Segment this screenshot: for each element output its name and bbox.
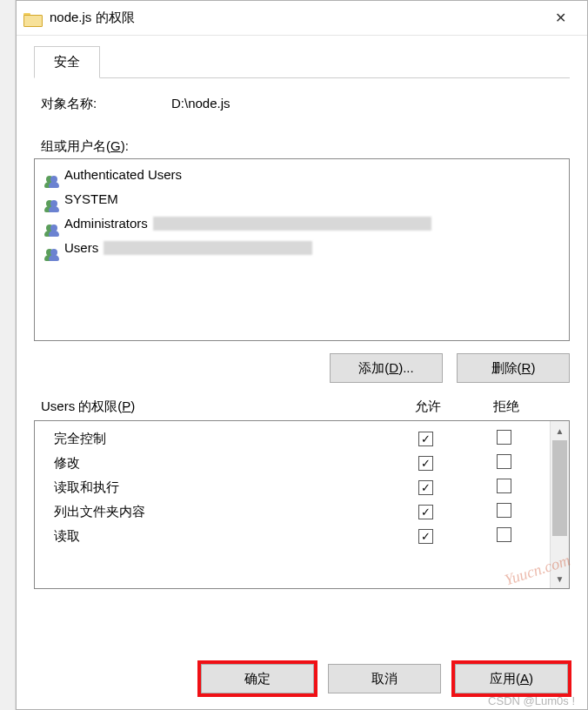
scroll-thumb[interactable] (552, 440, 567, 536)
deny-checkbox[interactable] (497, 527, 511, 542)
list-item[interactable]: Administrators (35, 211, 569, 236)
deny-cell (464, 454, 543, 472)
deny-cell (464, 479, 543, 496)
allow-cell: ✓ (386, 431, 464, 446)
list-item-label: Authenticated Users (64, 164, 182, 185)
list-item-label: Administrators (64, 213, 148, 234)
scroll-track[interactable] (551, 536, 569, 569)
allow-checkbox[interactable]: ✓ (418, 529, 433, 544)
redacted-text (153, 217, 431, 231)
permission-row: 读取✓ (35, 524, 550, 548)
permissions-header: Users 的权限(P) 允许 拒绝 (34, 399, 570, 420)
remove-button[interactable]: 删除(R) (457, 353, 570, 383)
deny-checkbox[interactable] (497, 479, 511, 493)
allow-cell: ✓ (386, 528, 464, 544)
permission-row: 读取和执行✓ (35, 475, 550, 499)
cancel-button[interactable]: 取消 (328, 664, 441, 693)
scrollbar[interactable]: ▲ ▼ (550, 421, 569, 588)
users-group-icon (43, 191, 59, 207)
list-item-label: SYSTEM (64, 189, 118, 210)
permission-row: 完全控制✓ (35, 426, 550, 451)
permission-name: 列出文件夹内容 (54, 504, 386, 520)
permission-name: 完全控制 (54, 431, 386, 447)
allow-header: 允许 (389, 399, 467, 415)
allow-cell: ✓ (386, 455, 464, 471)
folder-icon (23, 11, 41, 25)
background-sliver (0, 0, 16, 710)
group-buttons-row: 添加(D)... 删除(R) (34, 353, 570, 383)
deny-checkbox[interactable] (497, 430, 511, 445)
deny-header: 拒绝 (467, 399, 545, 415)
watermark-author: CSDN @Lum0s ! (488, 694, 575, 707)
permission-name: 读取 (54, 528, 386, 545)
object-name-label: 对象名称: (41, 96, 171, 112)
permission-row: 列出文件夹内容✓ (35, 499, 550, 524)
content-area: 安全 对象名称: D:\node.js 组或用户名(G): Authentica… (17, 36, 587, 589)
users-group-icon (43, 216, 59, 231)
list-item[interactable]: SYSTEM (35, 187, 569, 211)
users-group-icon (43, 240, 59, 256)
deny-checkbox[interactable] (497, 454, 511, 469)
list-item[interactable]: Users (35, 236, 569, 260)
scroll-down-icon[interactable]: ▼ (551, 569, 569, 588)
list-item-label: Users (64, 238, 98, 258)
permission-name: 修改 (54, 455, 386, 472)
deny-checkbox[interactable] (497, 503, 511, 518)
titlebar: node.js 的权限 ✕ (17, 1, 587, 36)
permissions-listbox: 完全控制✓修改✓读取和执行✓列出文件夹内容✓读取✓ ▲ ▼ (34, 420, 570, 589)
permission-name: 读取和执行 (54, 479, 386, 496)
window-title: node.js 的权限 (50, 10, 541, 26)
ok-button[interactable]: 确定 (201, 664, 314, 693)
close-button[interactable]: ✕ (541, 5, 580, 31)
object-name-value: D:\node.js (171, 96, 231, 112)
allow-checkbox[interactable]: ✓ (418, 505, 433, 519)
object-name-row: 对象名称: D:\node.js (41, 96, 570, 112)
allow-cell: ✓ (386, 504, 464, 519)
users-group-icon (43, 167, 59, 183)
apply-button[interactable]: 应用(A) (455, 664, 568, 693)
allow-checkbox[interactable]: ✓ (418, 480, 433, 495)
redacted-text (104, 241, 312, 255)
permissions-dialog: node.js 的权限 ✕ 安全 对象名称: D:\node.js 组或用户名(… (16, 0, 588, 710)
groups-label: 组或用户名(G): (41, 138, 570, 155)
add-button[interactable]: 添加(D)... (330, 353, 443, 383)
deny-cell (464, 503, 543, 520)
deny-cell (464, 527, 543, 545)
deny-cell (464, 430, 543, 447)
groups-listbox[interactable]: Authenticated UsersSYSTEMAdministratorsU… (34, 158, 570, 341)
list-item[interactable]: Authenticated Users (35, 163, 569, 187)
permissions-title: Users 的权限(P) (41, 399, 389, 415)
scroll-up-icon[interactable]: ▲ (551, 421, 569, 440)
allow-checkbox[interactable]: ✓ (418, 432, 433, 446)
permission-row: 修改✓ (35, 451, 550, 475)
permissions-scroll-area[interactable]: 完全控制✓修改✓读取和执行✓列出文件夹内容✓读取✓ (35, 421, 550, 588)
dialog-button-row: 确定 取消 应用(A) (201, 664, 568, 693)
tab-strip: 安全 (34, 46, 570, 78)
allow-cell: ✓ (386, 479, 464, 495)
tab-security[interactable]: 安全 (34, 46, 100, 78)
allow-checkbox[interactable]: ✓ (418, 456, 433, 471)
